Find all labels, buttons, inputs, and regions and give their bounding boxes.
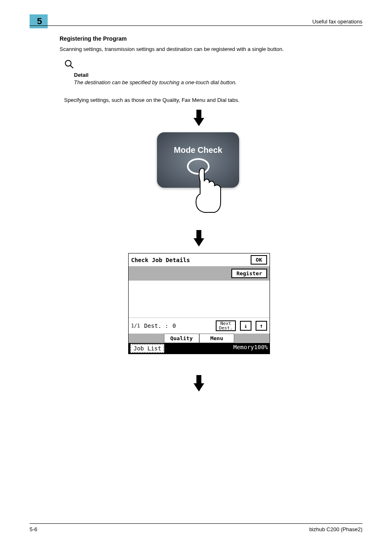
dest-value: 0 (173, 322, 176, 329)
register-button[interactable]: Register (231, 269, 267, 278)
scroll-up-button[interactable]: ↑ (256, 321, 267, 331)
lcd-screenshot: Check Job Details OK Register 1/1 Dest. … (128, 253, 270, 354)
product-name: bizhub C200 (Phase2) (309, 526, 362, 532)
screen-title: Check Job Details (131, 257, 190, 263)
tab-blank-left (129, 334, 164, 343)
down-arrow-icon (194, 118, 204, 126)
finger-press-icon (192, 165, 225, 216)
mode-check-label: Mode Check (174, 145, 222, 155)
tab-menu[interactable]: Menu (199, 334, 235, 343)
tab-blank-right (234, 334, 270, 343)
detail-label: Detail (74, 72, 88, 78)
arrow-down-icon: ↓ (244, 322, 247, 329)
page-header-label: Useful fax operations (312, 18, 362, 25)
specifying-text: Specifying settings, such as those on th… (64, 97, 240, 103)
mode-check-illustration: Mode Check (157, 132, 241, 214)
svg-line-1 (70, 65, 73, 68)
memory-indicator: Memory100% (233, 344, 268, 353)
tab-quality[interactable]: Quality (164, 334, 199, 343)
dest-page-counter: 1/1 (131, 323, 140, 329)
destination-list (129, 281, 270, 318)
header-divider (30, 25, 362, 26)
arrow-up-icon: ↑ (260, 322, 263, 329)
page-number: 5-6 (30, 526, 37, 532)
magnifier-icon (64, 59, 74, 71)
ok-button[interactable]: OK (251, 255, 267, 265)
job-list-button[interactable]: Job List (130, 344, 164, 353)
next-dest-button[interactable]: NextDest. (216, 320, 236, 331)
down-arrow-icon (194, 383, 204, 391)
section-title: Registering the Program (60, 35, 127, 42)
dest-label: Dest. : (144, 322, 168, 329)
chapter-number: 5 (30, 14, 48, 28)
scroll-down-button[interactable]: ↓ (240, 321, 251, 331)
down-arrow-icon (194, 238, 204, 246)
detail-text: The destination can be specified by touc… (74, 79, 237, 85)
svg-point-0 (65, 60, 71, 66)
intro-paragraph: Scanning settings, transmission settings… (60, 46, 284, 52)
